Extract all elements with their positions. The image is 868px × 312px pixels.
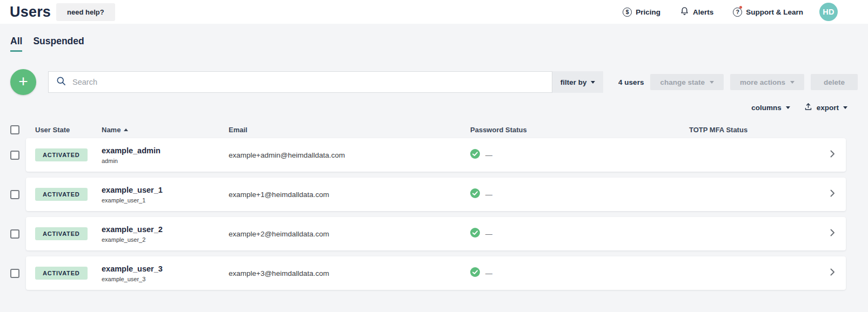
plus-icon: + — [18, 73, 28, 90]
select-all-checkbox[interactable] — [10, 125, 19, 134]
chevron-down-icon — [786, 106, 790, 109]
filter-by-label: filter by — [560, 78, 587, 86]
table-row: ACTIVATED example_user_3 example_user_3 … — [10, 256, 846, 290]
password-status-cell: — — [470, 188, 689, 200]
user-email: example+admin@heimdalldata.com — [229, 151, 345, 159]
sort-ascending-icon — [124, 128, 128, 131]
header-totp-mfa-status[interactable]: TOTP MFA Status — [689, 126, 846, 134]
tab-all[interactable]: All — [10, 36, 22, 52]
user-subtitle: example_user_3 — [102, 276, 145, 282]
user-name: example_user_2 — [102, 225, 163, 234]
check-circle-icon — [470, 149, 480, 161]
export-button[interactable]: export — [804, 103, 847, 112]
export-icon — [804, 103, 812, 112]
row-checkbox[interactable] — [10, 151, 19, 160]
topbar: Users need help? $ Pricing Alerts ? Supp… — [0, 0, 868, 24]
name-cell: example_user_1 example_user_1 — [102, 186, 229, 204]
users-page: Users need help? $ Pricing Alerts ? Supp… — [0, 0, 868, 312]
nav-alerts[interactable]: Alerts — [680, 6, 713, 17]
check-circle-icon — [470, 228, 480, 240]
user-subtitle: example_user_2 — [102, 236, 145, 243]
email-cell: example+2@heimdalldata.com — [229, 230, 470, 238]
name-cell: example_admin admin — [102, 146, 229, 164]
question-circle-icon: ? — [733, 8, 742, 17]
change-state-button[interactable]: change state — [650, 74, 724, 90]
header-password-status[interactable]: Password Status — [470, 126, 689, 134]
password-dash: — — [485, 230, 492, 238]
header-name[interactable]: Name — [102, 126, 229, 134]
email-cell: example+admin@heimdalldata.com — [229, 151, 470, 159]
row-select-cell — [10, 190, 26, 199]
add-user-button[interactable]: + — [10, 69, 36, 95]
row-checkbox[interactable] — [10, 229, 19, 239]
chevron-down-icon — [591, 81, 595, 84]
password-status-cell: — — [470, 267, 689, 279]
chevron-right-icon — [828, 268, 837, 279]
status-badge: ACTIVATED — [35, 227, 88, 240]
chevron-right-icon — [828, 189, 837, 200]
row-checkbox[interactable] — [10, 269, 19, 278]
header-user-state[interactable]: User State — [26, 126, 102, 134]
chevron-down-icon — [710, 81, 714, 84]
tab-bar: All Suspended — [0, 36, 868, 52]
header-password-status-label: Password Status — [470, 126, 527, 134]
row-chevron[interactable] — [819, 268, 846, 279]
chevron-right-icon — [828, 228, 837, 239]
user-name: example_admin — [102, 146, 161, 155]
user-card[interactable]: ACTIVATED example_user_2 example_user_2 … — [26, 217, 846, 250]
table-actions-row: columns export — [0, 101, 868, 113]
bell-icon — [680, 6, 689, 17]
user-card[interactable]: ACTIVATED example_admin admin example+ad… — [26, 138, 846, 172]
row-select-cell — [10, 151, 26, 160]
nav-support-learn[interactable]: ? Support & Learn — [733, 8, 803, 17]
status-badge: ACTIVATED — [35, 267, 88, 280]
dollar-circle-icon: $ — [623, 8, 632, 17]
header-user-state-label: User State — [35, 126, 70, 134]
chevron-down-icon — [843, 106, 847, 109]
user-name: example_user_1 — [102, 186, 163, 194]
columns-button[interactable]: columns — [751, 104, 790, 112]
more-actions-label: more actions — [740, 78, 785, 86]
row-checkbox[interactable] — [10, 190, 19, 199]
row-chevron[interactable] — [819, 150, 846, 160]
row-chevron[interactable] — [819, 228, 846, 239]
delete-button[interactable]: delete — [811, 74, 858, 90]
user-card[interactable]: ACTIVATED example_user_1 example_user_1 … — [26, 178, 846, 211]
chevron-down-icon — [790, 81, 794, 84]
table-row: ACTIVATED example_user_2 example_user_2 … — [10, 217, 846, 250]
password-status-cell: — — [470, 149, 689, 161]
user-state-cell: ACTIVATED — [26, 267, 102, 280]
header-email[interactable]: Email — [229, 126, 470, 134]
user-email: example+1@heimdalldata.com — [229, 191, 329, 199]
need-help-button[interactable]: need help? — [56, 3, 115, 21]
export-label: export — [817, 104, 839, 112]
user-card[interactable]: ACTIVATED example_user_3 example_user_3 … — [26, 256, 846, 290]
filter-by-button[interactable]: filter by — [552, 71, 603, 93]
name-cell: example_user_3 example_user_3 — [102, 264, 229, 282]
check-circle-icon — [470, 267, 480, 279]
user-state-cell: ACTIVATED — [26, 188, 102, 201]
search-input[interactable] — [72, 78, 545, 86]
user-subtitle: admin — [102, 158, 118, 164]
password-dash: — — [485, 191, 492, 199]
search-group: filter by — [48, 71, 603, 93]
toolbar: + filter by 4 users change state — [0, 69, 868, 95]
search-icon — [56, 76, 66, 89]
password-dash: — — [485, 151, 492, 159]
avatar[interactable]: HD — [819, 3, 838, 21]
row-chevron[interactable] — [819, 189, 846, 200]
user-name: example_user_3 — [102, 264, 163, 273]
email-cell: example+1@heimdalldata.com — [229, 191, 470, 199]
password-status-cell: — — [470, 228, 689, 240]
header-columns: User State Name Email Password Status TO… — [26, 126, 846, 134]
tab-suspended[interactable]: Suspended — [33, 36, 84, 52]
more-actions-button[interactable]: more actions — [730, 74, 804, 90]
check-circle-icon — [470, 188, 480, 200]
table-body: ACTIVATED example_admin admin example+ad… — [0, 138, 868, 290]
table-row: ACTIVATED example_admin admin example+ad… — [10, 138, 846, 172]
table-header: User State Name Email Password Status TO… — [0, 122, 868, 137]
nav-support-label: Support & Learn — [746, 8, 803, 16]
nav-pricing[interactable]: $ Pricing — [623, 8, 660, 17]
header-email-label: Email — [229, 126, 248, 134]
chevron-right-icon — [828, 150, 837, 160]
